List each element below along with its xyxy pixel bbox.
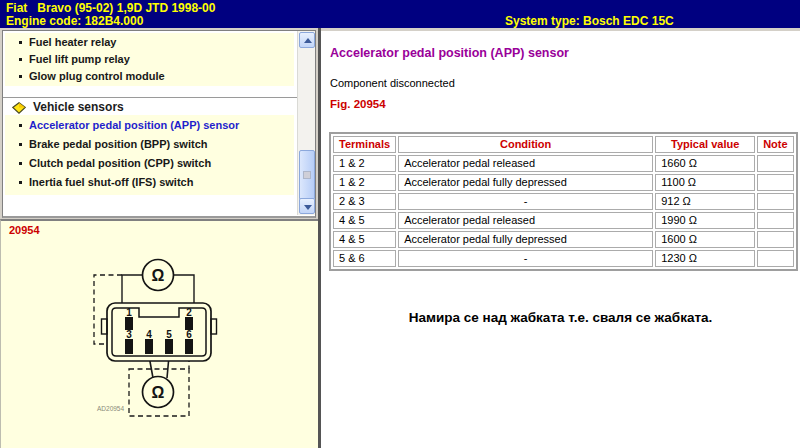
component-list: Fuel heater relay Fuel lift pump relay G… xyxy=(2,30,316,218)
vehicle-title: Fiat Bravo (95-02) 1,9D JTD 1998-00 xyxy=(6,1,215,15)
relay-group: Fuel heater relay Fuel lift pump relay G… xyxy=(5,33,294,86)
cell-typical-value: 1100 Ω xyxy=(655,174,755,191)
test-condition-text: Component disconnected xyxy=(330,77,455,89)
cell-note xyxy=(757,174,793,191)
bullet-icon xyxy=(19,181,22,184)
bullet-icon xyxy=(19,143,22,146)
cell-note xyxy=(757,155,793,172)
list-scrollbar[interactable] xyxy=(297,31,315,215)
bullet-icon xyxy=(19,41,22,44)
bullet-icon xyxy=(19,162,22,165)
figure-reference-link[interactable]: Fig. 20954 xyxy=(330,98,386,110)
list-item-cpp-switch[interactable]: Clutch pedal position (CPP) switch xyxy=(5,154,294,173)
diamond-icon xyxy=(12,102,26,114)
pin-4 xyxy=(145,339,153,354)
table-row: 4 & 5 Accelerator pedal released 1990 Ω xyxy=(333,212,794,229)
col-header-typical-value: Typical value xyxy=(655,136,755,153)
page-title: Accelerator pedal position (APP) sensor xyxy=(330,46,569,60)
section-vehicle-sensors[interactable]: Vehicle sensors xyxy=(3,100,297,115)
engine-code: Engine code: 182B4.000 xyxy=(6,14,143,28)
list-item-app-sensor[interactable]: Accelerator pedal position (APP) sensor xyxy=(5,116,294,135)
pin-number: 5 xyxy=(166,329,172,340)
pin-3 xyxy=(125,339,133,354)
scrollbar-thumb[interactable] xyxy=(299,150,315,200)
system-type: System type: Bosch EDC 15C xyxy=(505,14,674,28)
cell-terminals: 5 & 6 xyxy=(333,250,396,267)
cell-terminals: 2 & 3 xyxy=(333,193,396,210)
chevron-up-icon xyxy=(304,38,312,43)
title-bar: Fiat Bravo (95-02) 1,9D JTD 1998-00 Engi… xyxy=(0,0,800,28)
list-item-label: Accelerator pedal position (APP) sensor xyxy=(29,119,239,131)
scroll-down-button[interactable] xyxy=(299,198,315,214)
test-values-table: Terminals Condition Typical value Note 1… xyxy=(329,132,798,271)
table-header-row: Terminals Condition Typical value Note xyxy=(333,136,794,153)
cell-typical-value: 1600 Ω xyxy=(655,231,755,248)
pin-number: 1 xyxy=(126,307,132,318)
pin-number: 6 xyxy=(186,329,192,340)
cell-terminals: 4 & 5 xyxy=(333,231,396,248)
sensor-group: Accelerator pedal position (APP) sensor … xyxy=(5,115,294,195)
col-header-condition: Condition xyxy=(398,136,653,153)
pin-number: 4 xyxy=(146,329,152,340)
chevron-down-icon xyxy=(304,205,312,210)
bullet-icon xyxy=(19,58,22,61)
figure-pane: Ω Ω 1 2 3 4 5 6 AD20954 20954 xyxy=(0,219,318,448)
cell-condition: Accelerator pedal fully depressed xyxy=(398,174,653,191)
component-list-content: Fuel heater relay Fuel lift pump relay G… xyxy=(3,31,297,215)
location-note: Намира се над жабката т.е. сваля се жабк… xyxy=(321,310,800,325)
cell-condition: Accelerator pedal released xyxy=(398,212,653,229)
connector-diagram: Ω Ω 1 2 3 4 5 6 AD20954 xyxy=(1,221,319,448)
cell-typical-value: 1230 Ω xyxy=(655,250,755,267)
table-row: 5 & 6 - 1230 Ω xyxy=(333,250,794,267)
detail-panel: Accelerator pedal position (APP) sensor … xyxy=(321,31,800,448)
pin-5 xyxy=(165,339,173,354)
section-label: Vehicle sensors xyxy=(33,100,124,114)
ohm-symbol: Ω xyxy=(152,267,165,284)
cell-condition: - xyxy=(398,250,653,267)
pin-number: 3 xyxy=(126,329,132,340)
cell-terminals: 4 & 5 xyxy=(333,212,396,229)
list-item-label: Clutch pedal position (CPP) switch xyxy=(29,157,211,169)
bullet-icon xyxy=(19,75,22,78)
cell-note xyxy=(757,193,793,210)
list-item-label: Brake pedal position (BPP) switch xyxy=(29,138,207,150)
cell-typical-value: 912 Ω xyxy=(655,193,755,210)
table-row: 4 & 5 Accelerator pedal fully depressed … xyxy=(333,231,794,248)
cell-typical-value: 1990 Ω xyxy=(655,212,755,229)
pin-number: 2 xyxy=(186,307,192,318)
list-item-label: Inertia fuel shut-off (IFS) switch xyxy=(29,176,193,188)
cell-terminals: 1 & 2 xyxy=(333,155,396,172)
section-separator xyxy=(3,97,297,98)
table-row: 2 & 3 - 912 Ω xyxy=(333,193,794,210)
list-item-label: Fuel heater relay xyxy=(29,36,116,48)
scroll-up-button[interactable] xyxy=(299,32,315,48)
list-item-label: Glow plug control module xyxy=(29,70,165,82)
figure-number: 20954 xyxy=(9,224,40,236)
cell-condition: - xyxy=(398,193,653,210)
figure-ref-label: AD20954 xyxy=(97,405,124,412)
col-header-note: Note xyxy=(757,136,793,153)
list-item-fuel-heater-relay[interactable]: Fuel heater relay xyxy=(5,34,294,51)
cell-typical-value: 1660 Ω xyxy=(655,155,755,172)
ohm-symbol: Ω xyxy=(152,384,165,401)
bullet-icon xyxy=(19,124,22,127)
table-row: 1 & 2 Accelerator pedal released 1660 Ω xyxy=(333,155,794,172)
cell-condition: Accelerator pedal fully depressed xyxy=(398,231,653,248)
list-item-label: Fuel lift pump relay xyxy=(29,53,130,65)
list-item-ifs-switch[interactable]: Inertia fuel shut-off (IFS) switch xyxy=(5,173,294,192)
cell-terminals: 1 & 2 xyxy=(333,174,396,191)
cell-note xyxy=(757,212,793,229)
col-header-terminals: Terminals xyxy=(333,136,396,153)
pin-6 xyxy=(185,339,193,354)
cell-condition: Accelerator pedal released xyxy=(398,155,653,172)
scrollbar-grip-icon xyxy=(303,171,311,179)
cell-note xyxy=(757,231,793,248)
cell-note xyxy=(757,250,793,267)
connector-shell xyxy=(107,303,211,361)
list-item-glow-plug-control-module[interactable]: Glow plug control module xyxy=(5,68,294,85)
table-row: 1 & 2 Accelerator pedal fully depressed … xyxy=(333,174,794,191)
list-item-bpp-switch[interactable]: Brake pedal position (BPP) switch xyxy=(5,135,294,154)
list-item-fuel-lift-pump-relay[interactable]: Fuel lift pump relay xyxy=(5,51,294,68)
